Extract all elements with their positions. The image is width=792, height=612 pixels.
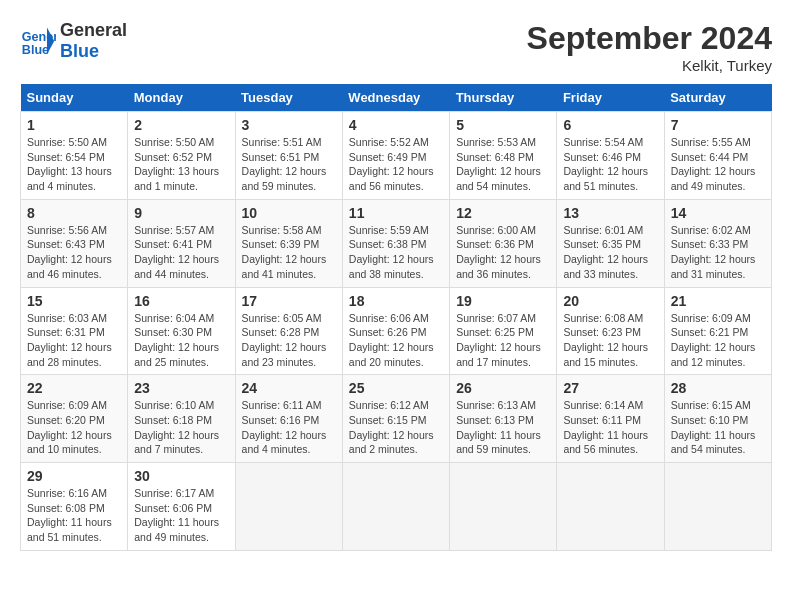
title-block: September 2024 Kelkit, Turkey (527, 20, 772, 74)
day-info: Sunrise: 6:15 AM Sunset: 6:10 PM Dayligh… (671, 398, 765, 457)
page-header: General Blue General Blue September 2024… (20, 20, 772, 74)
day-number: 14 (671, 205, 765, 221)
day-number: 8 (27, 205, 121, 221)
calendar-cell: 4Sunrise: 5:52 AM Sunset: 6:49 PM Daylig… (342, 112, 449, 200)
day-number: 24 (242, 380, 336, 396)
day-number: 30 (134, 468, 228, 484)
calendar-cell: 29Sunrise: 6:16 AM Sunset: 6:08 PM Dayli… (21, 463, 128, 551)
day-number: 11 (349, 205, 443, 221)
day-number: 19 (456, 293, 550, 309)
day-info: Sunrise: 6:07 AM Sunset: 6:25 PM Dayligh… (456, 311, 550, 370)
calendar-cell: 18Sunrise: 6:06 AM Sunset: 6:26 PM Dayli… (342, 287, 449, 375)
calendar-cell: 26Sunrise: 6:13 AM Sunset: 6:13 PM Dayli… (450, 375, 557, 463)
calendar-table: SundayMondayTuesdayWednesdayThursdayFrid… (20, 84, 772, 551)
calendar-cell: 19Sunrise: 6:07 AM Sunset: 6:25 PM Dayli… (450, 287, 557, 375)
day-number: 6 (563, 117, 657, 133)
day-info: Sunrise: 5:50 AM Sunset: 6:54 PM Dayligh… (27, 135, 121, 194)
weekday-monday: Monday (128, 84, 235, 112)
calendar-week-3: 15Sunrise: 6:03 AM Sunset: 6:31 PM Dayli… (21, 287, 772, 375)
calendar-cell: 30Sunrise: 6:17 AM Sunset: 6:06 PM Dayli… (128, 463, 235, 551)
day-number: 26 (456, 380, 550, 396)
day-number: 18 (349, 293, 443, 309)
calendar-cell: 11Sunrise: 5:59 AM Sunset: 6:38 PM Dayli… (342, 199, 449, 287)
day-info: Sunrise: 5:55 AM Sunset: 6:44 PM Dayligh… (671, 135, 765, 194)
day-info: Sunrise: 6:03 AM Sunset: 6:31 PM Dayligh… (27, 311, 121, 370)
day-number: 2 (134, 117, 228, 133)
calendar-cell: 25Sunrise: 6:12 AM Sunset: 6:15 PM Dayli… (342, 375, 449, 463)
calendar-cell: 8Sunrise: 5:56 AM Sunset: 6:43 PM Daylig… (21, 199, 128, 287)
calendar-cell: 2Sunrise: 5:50 AM Sunset: 6:52 PM Daylig… (128, 112, 235, 200)
day-number: 10 (242, 205, 336, 221)
day-info: Sunrise: 5:56 AM Sunset: 6:43 PM Dayligh… (27, 223, 121, 282)
day-info: Sunrise: 6:04 AM Sunset: 6:30 PM Dayligh… (134, 311, 228, 370)
calendar-cell: 12Sunrise: 6:00 AM Sunset: 6:36 PM Dayli… (450, 199, 557, 287)
day-info: Sunrise: 6:11 AM Sunset: 6:16 PM Dayligh… (242, 398, 336, 457)
day-number: 3 (242, 117, 336, 133)
day-number: 17 (242, 293, 336, 309)
calendar-cell: 27Sunrise: 6:14 AM Sunset: 6:11 PM Dayli… (557, 375, 664, 463)
day-number: 22 (27, 380, 121, 396)
calendar-cell (235, 463, 342, 551)
location: Kelkit, Turkey (527, 57, 772, 74)
day-number: 13 (563, 205, 657, 221)
calendar-week-5: 29Sunrise: 6:16 AM Sunset: 6:08 PM Dayli… (21, 463, 772, 551)
svg-text:Blue: Blue (22, 43, 49, 57)
day-info: Sunrise: 5:57 AM Sunset: 6:41 PM Dayligh… (134, 223, 228, 282)
day-info: Sunrise: 6:09 AM Sunset: 6:21 PM Dayligh… (671, 311, 765, 370)
day-info: Sunrise: 6:14 AM Sunset: 6:11 PM Dayligh… (563, 398, 657, 457)
logo-text: General Blue (60, 20, 127, 62)
calendar-cell: 20Sunrise: 6:08 AM Sunset: 6:23 PM Dayli… (557, 287, 664, 375)
day-info: Sunrise: 6:10 AM Sunset: 6:18 PM Dayligh… (134, 398, 228, 457)
calendar-cell (450, 463, 557, 551)
day-info: Sunrise: 6:12 AM Sunset: 6:15 PM Dayligh… (349, 398, 443, 457)
day-info: Sunrise: 6:09 AM Sunset: 6:20 PM Dayligh… (27, 398, 121, 457)
day-info: Sunrise: 5:53 AM Sunset: 6:48 PM Dayligh… (456, 135, 550, 194)
calendar-header: SundayMondayTuesdayWednesdayThursdayFrid… (21, 84, 772, 112)
logo-blue: Blue (60, 41, 99, 61)
day-number: 16 (134, 293, 228, 309)
day-info: Sunrise: 6:08 AM Sunset: 6:23 PM Dayligh… (563, 311, 657, 370)
weekday-sunday: Sunday (21, 84, 128, 112)
logo-icon: General Blue (20, 23, 56, 59)
calendar-cell: 16Sunrise: 6:04 AM Sunset: 6:30 PM Dayli… (128, 287, 235, 375)
calendar-body: 1Sunrise: 5:50 AM Sunset: 6:54 PM Daylig… (21, 112, 772, 551)
calendar-cell: 21Sunrise: 6:09 AM Sunset: 6:21 PM Dayli… (664, 287, 771, 375)
day-info: Sunrise: 5:50 AM Sunset: 6:52 PM Dayligh… (134, 135, 228, 194)
calendar-cell: 9Sunrise: 5:57 AM Sunset: 6:41 PM Daylig… (128, 199, 235, 287)
calendar-cell: 10Sunrise: 5:58 AM Sunset: 6:39 PM Dayli… (235, 199, 342, 287)
day-info: Sunrise: 6:01 AM Sunset: 6:35 PM Dayligh… (563, 223, 657, 282)
day-number: 28 (671, 380, 765, 396)
month-title: September 2024 (527, 20, 772, 57)
day-info: Sunrise: 6:13 AM Sunset: 6:13 PM Dayligh… (456, 398, 550, 457)
day-info: Sunrise: 5:59 AM Sunset: 6:38 PM Dayligh… (349, 223, 443, 282)
day-number: 20 (563, 293, 657, 309)
calendar-cell: 14Sunrise: 6:02 AM Sunset: 6:33 PM Dayli… (664, 199, 771, 287)
day-info: Sunrise: 5:58 AM Sunset: 6:39 PM Dayligh… (242, 223, 336, 282)
day-info: Sunrise: 6:17 AM Sunset: 6:06 PM Dayligh… (134, 486, 228, 545)
day-number: 21 (671, 293, 765, 309)
weekday-saturday: Saturday (664, 84, 771, 112)
day-info: Sunrise: 5:52 AM Sunset: 6:49 PM Dayligh… (349, 135, 443, 194)
day-number: 4 (349, 117, 443, 133)
day-info: Sunrise: 6:05 AM Sunset: 6:28 PM Dayligh… (242, 311, 336, 370)
calendar-cell: 22Sunrise: 6:09 AM Sunset: 6:20 PM Dayli… (21, 375, 128, 463)
weekday-tuesday: Tuesday (235, 84, 342, 112)
logo: General Blue General Blue (20, 20, 127, 62)
day-number: 5 (456, 117, 550, 133)
day-info: Sunrise: 6:06 AM Sunset: 6:26 PM Dayligh… (349, 311, 443, 370)
calendar-cell: 6Sunrise: 5:54 AM Sunset: 6:46 PM Daylig… (557, 112, 664, 200)
day-number: 15 (27, 293, 121, 309)
calendar-cell: 5Sunrise: 5:53 AM Sunset: 6:48 PM Daylig… (450, 112, 557, 200)
weekday-thursday: Thursday (450, 84, 557, 112)
calendar-cell: 23Sunrise: 6:10 AM Sunset: 6:18 PM Dayli… (128, 375, 235, 463)
calendar-week-4: 22Sunrise: 6:09 AM Sunset: 6:20 PM Dayli… (21, 375, 772, 463)
calendar-week-2: 8Sunrise: 5:56 AM Sunset: 6:43 PM Daylig… (21, 199, 772, 287)
day-number: 7 (671, 117, 765, 133)
calendar-cell (342, 463, 449, 551)
day-info: Sunrise: 6:02 AM Sunset: 6:33 PM Dayligh… (671, 223, 765, 282)
calendar-cell (557, 463, 664, 551)
weekday-friday: Friday (557, 84, 664, 112)
weekday-header-row: SundayMondayTuesdayWednesdayThursdayFrid… (21, 84, 772, 112)
calendar-cell: 17Sunrise: 6:05 AM Sunset: 6:28 PM Dayli… (235, 287, 342, 375)
day-number: 9 (134, 205, 228, 221)
